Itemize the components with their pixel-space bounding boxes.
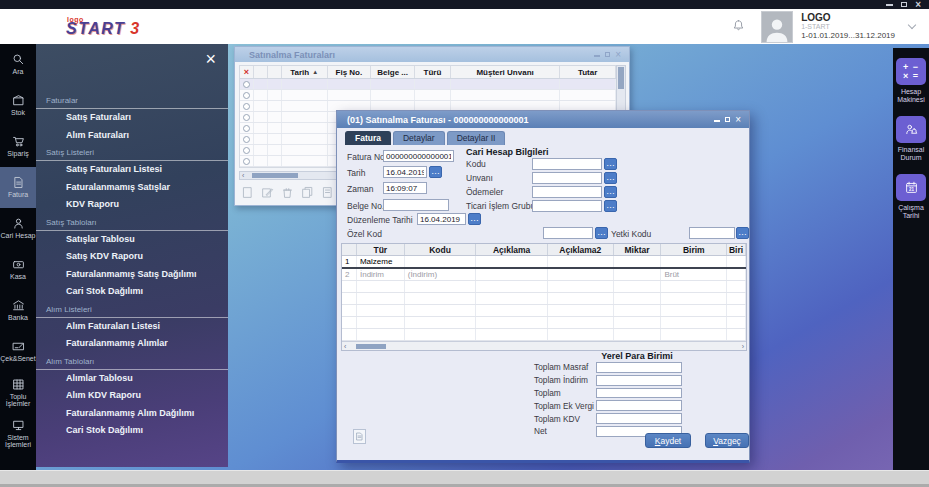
grid-cell[interactable] [548, 317, 614, 328]
list-column-header-tarih[interactable]: Tarih▲ [282, 66, 328, 78]
unvan-lookup-button[interactable] [604, 172, 617, 184]
grid-cell[interactable] [405, 305, 477, 316]
list-column-header-delete[interactable]: × [240, 66, 254, 78]
sidebar-item-sipari[interactable]: Sipariş [0, 126, 36, 167]
row-selector-circle[interactable] [243, 125, 250, 132]
grid-cell[interactable] [548, 305, 614, 316]
yetki-kodu-input[interactable] [689, 227, 735, 239]
zaman-input[interactable] [383, 182, 427, 194]
grid-cell[interactable] [405, 293, 477, 304]
grid-row[interactable] [342, 329, 746, 341]
grid-cell[interactable] [727, 293, 746, 304]
demeler-lookup-button[interactable] [604, 186, 617, 198]
row-selector-circle[interactable] [243, 136, 250, 143]
demeler-input[interactable] [532, 186, 602, 198]
finansal-durum-button[interactable] [896, 116, 926, 143]
tab-detaylar-ii[interactable]: Detaylar II [447, 131, 506, 145]
row-selector-cell[interactable] [240, 101, 254, 111]
grid-cell[interactable] [661, 329, 727, 340]
list-column-header-tutar[interactable]: Tutar [560, 66, 616, 78]
grid-cell[interactable] [548, 293, 614, 304]
grid-cell[interactable]: Malzeme [357, 256, 405, 267]
menu-item-sat-kdv-raporu[interactable]: Satış KDV Raporu [36, 248, 228, 266]
grid-cell[interactable] [614, 256, 662, 267]
minimize-icon[interactable] [886, 4, 893, 6]
menu-close-icon[interactable]: × [205, 50, 216, 68]
scroll-left-icon[interactable]: ‹ [240, 172, 246, 179]
grid-cell[interactable] [727, 281, 746, 292]
grid-row[interactable] [342, 281, 746, 293]
toplam-i-ndirim-input[interactable] [596, 375, 682, 386]
list-column-header-blank-1[interactable] [254, 66, 268, 78]
list-column-header-belge[interactable]: Belge ... [371, 66, 415, 78]
list-row[interactable] [240, 79, 616, 90]
maximize-icon[interactable] [725, 117, 731, 122]
maximize-icon[interactable] [605, 52, 611, 57]
grid-cell[interactable] [476, 256, 548, 267]
toplam-kdv-input[interactable] [596, 413, 682, 424]
row-selector-cell[interactable] [240, 145, 254, 155]
grid-cell[interactable] [476, 281, 548, 292]
grid-cell[interactable]: Brüt [661, 269, 727, 280]
notifications-button[interactable] [732, 18, 745, 36]
sidebar-item-banka[interactable]: Banka [0, 290, 36, 331]
grid-row[interactable] [342, 293, 746, 305]
row-selector-circle[interactable] [243, 147, 250, 154]
edit-button[interactable] [261, 185, 274, 203]
sidebar-item-sistem-i-lemleri[interactable]: Sistem İşlemleri [0, 413, 36, 454]
al-ma-tarihi-button[interactable]: 21 [896, 174, 926, 201]
row-selector-circle[interactable] [243, 92, 250, 99]
toplam-ek-vergi-input[interactable] [596, 400, 682, 411]
belge-no-input[interactable] [383, 199, 449, 211]
minimize-icon[interactable] [594, 55, 600, 57]
grid-cell[interactable] [727, 256, 746, 267]
menu-item-faturalanmam-sat-da-l-m[interactable]: Faturalanmamış Satış Dağılımı [36, 266, 228, 284]
duzenleme-tarihi-input[interactable] [417, 213, 466, 225]
ozel-kod-input[interactable] [543, 227, 593, 239]
view-button[interactable] [321, 185, 334, 203]
save-button[interactable]: Kaydet [645, 433, 691, 448]
grid-column-header-miktar[interactable]: Miktar [614, 244, 662, 255]
row-selector-cell[interactable] [240, 134, 254, 144]
row-selector-cell[interactable] [240, 156, 254, 166]
grid-cell[interactable] [661, 256, 727, 267]
grid-cell[interactable] [614, 293, 662, 304]
cancel-button[interactable]: Vazgeç [705, 433, 749, 448]
grid-cell[interactable] [357, 293, 405, 304]
row-selector-cell[interactable] [240, 79, 254, 89]
new-button[interactable] [241, 185, 254, 203]
menu-item-al-m-faturalar-listesi[interactable]: Alım Faturaları Listesi [36, 318, 228, 336]
grid-row[interactable]: 1Malzeme [342, 256, 746, 269]
menu-item-faturalanmam-al-m-da-l-m[interactable]: Faturalanmamış Alım Dağılımı [36, 405, 228, 423]
grid-cell[interactable] [405, 329, 477, 340]
grid-cell[interactable] [476, 305, 548, 316]
menu-item-sat-faturalar-listesi[interactable]: Satış Faturaları Listesi [36, 161, 228, 179]
grid-cell[interactable]: İndirim [357, 269, 405, 280]
grid-cell[interactable] [614, 269, 662, 280]
tarih-input[interactable] [383, 166, 427, 178]
toplam-masraf-input[interactable] [596, 362, 682, 373]
row-selector-circle[interactable] [243, 158, 250, 165]
grid-cell[interactable] [614, 317, 662, 328]
grid-column-header-kodu[interactable]: Kodu [405, 244, 477, 255]
note-button[interactable] [353, 429, 366, 444]
grid-column-header-a-klama[interactable]: Açıklama [476, 244, 548, 255]
grid-cell[interactable] [661, 281, 727, 292]
row-selector-cell[interactable] [240, 123, 254, 133]
grid-cell[interactable] [727, 329, 746, 340]
list-column-header-m-teri-unvan[interactable]: Müşteri Unvanı [451, 66, 560, 78]
sidebar-item-ara[interactable]: Ara [0, 44, 36, 85]
ticari-i-lem-grubu-input[interactable] [532, 200, 602, 212]
grid-cell[interactable] [727, 305, 746, 316]
list-column-header-fi-no[interactable]: Fiş No. [328, 66, 372, 78]
sidebar-item-fatura[interactable]: Fatura [0, 167, 36, 208]
hesap-makinesi-button[interactable]: + −× = [896, 58, 926, 85]
row-selector-circle[interactable] [243, 114, 250, 121]
grid-cell[interactable] [614, 329, 662, 340]
delete-button[interactable] [281, 185, 294, 203]
grid-cell[interactable] [548, 329, 614, 340]
row-selector-cell[interactable] [240, 112, 254, 122]
tarih-lookup-button[interactable] [429, 166, 442, 178]
grid-cell[interactable] [614, 281, 662, 292]
grid-row[interactable] [342, 317, 746, 329]
